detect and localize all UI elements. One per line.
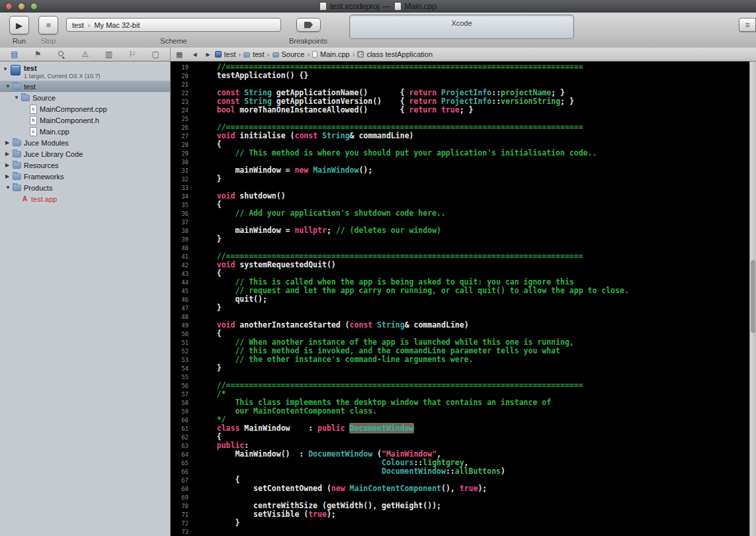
sidebar-item-resources[interactable]: ▶Resources	[0, 159, 170, 171]
scheme-selector[interactable]: test › My Mac 32-bit	[66, 18, 281, 32]
sidebar-item-frameworks[interactable]: ▶Frameworks	[0, 171, 170, 182]
scheme-label: Scheme	[66, 37, 281, 45]
source-editor[interactable]: 19 //===================================…	[171, 62, 749, 536]
code-line[interactable]: 36 // Add your application's shutdown co…	[171, 209, 749, 218]
line-number: 36	[171, 209, 192, 218]
line-number: 62	[171, 433, 192, 441]
line-number: 53	[171, 355, 192, 364]
sidebar-item-products[interactable]: ▼Products	[0, 182, 170, 193]
sidebar-item-source[interactable]: ▼Source	[0, 92, 170, 103]
minimize-icon[interactable]	[18, 3, 25, 10]
code-line[interactable]: 39 }	[171, 235, 749, 244]
code-line[interactable]: 31 mainWindow = new MainWindow();	[171, 166, 749, 175]
search-navigator-icon[interactable]	[58, 50, 65, 58]
code-line[interactable]: 59 our MainContentComponent class.	[171, 407, 749, 416]
line-number: 45	[171, 287, 192, 295]
line-number: 72	[171, 519, 192, 527]
debug-navigator-icon[interactable]: ▥	[105, 50, 112, 58]
sidebar-item-maincomponent-cpp[interactable]: cMainComponent.cpp	[0, 103, 170, 114]
code-text: void anotherInstanceStarted (const Strin…	[198, 321, 469, 330]
scrollbar-track[interactable]	[749, 62, 756, 536]
line-number: 20	[171, 71, 192, 80]
code-line[interactable]: 27 void initialise (const String& comman…	[171, 132, 749, 140]
code-line[interactable]: 73	[171, 527, 749, 536]
code-line[interactable]: 20 testApplication() {}	[171, 71, 749, 80]
disclosure-open-icon[interactable]: ▼	[5, 185, 13, 191]
code-line[interactable]: 53 // the other instance's command-line …	[171, 355, 749, 364]
line-number: 22	[171, 89, 192, 97]
code-line[interactable]: 47 }	[171, 304, 749, 312]
disclosure-closed-icon[interactable]: ▶	[5, 140, 13, 146]
code-text: }	[198, 364, 222, 373]
code-line[interactable]: 72 }	[171, 519, 749, 527]
title-bar[interactable]: test.xcodeproj — Main.cpp	[0, 0, 756, 13]
back-icon[interactable]: ◀	[188, 52, 201, 58]
sidebar-item-test[interactable]: ▼test	[0, 81, 170, 92]
xcode-window: test.xcodeproj — Main.cpp ▶ ■ Run Stop t…	[0, 0, 756, 536]
item-label: MainComponent.h	[40, 116, 99, 124]
line-number: 65	[171, 459, 192, 467]
project-icon	[215, 51, 222, 58]
code-line[interactable]: 32 }	[171, 175, 749, 183]
activity-viewer: Xcode	[349, 15, 574, 39]
jumpbar-crumb[interactable]: Main.cpp	[312, 50, 350, 58]
line-number: 21	[171, 80, 192, 89]
code-line[interactable]: 34 void shutdown()	[171, 192, 749, 201]
jumpbar-crumb[interactable]: test	[243, 50, 265, 58]
disclosure-closed-icon[interactable]: ▶	[5, 151, 13, 157]
disclosure-closed-icon[interactable]: ▶	[5, 162, 13, 168]
log-navigator-icon[interactable]: ▢	[152, 50, 159, 58]
issue-navigator-icon[interactable]: ⚠	[81, 50, 89, 58]
jumpbar-crumb[interactable]: Source	[273, 50, 305, 58]
line-number: 26	[171, 123, 192, 132]
sidebar-item-juce-modules[interactable]: ▶Juce Modules	[0, 137, 170, 148]
jumpbar-crumb[interactable]: Cclass testApplication	[357, 50, 433, 58]
line-number: 25	[171, 114, 192, 123]
line-number: 35	[171, 201, 192, 209]
line-number: 40	[171, 244, 192, 252]
code-line[interactable]: 42 void systemRequestedQuit()	[171, 261, 749, 269]
sidebar-item-test-app[interactable]: Atest.app	[0, 193, 170, 204]
stop-button[interactable]: ■	[38, 16, 58, 34]
code-line[interactable]: 62 {	[171, 433, 749, 441]
line-number: 28	[171, 140, 192, 149]
disclosure-open-icon[interactable]: ▼	[5, 83, 13, 89]
line-number: 46	[171, 295, 192, 304]
disclosure-open-icon[interactable]: ▼	[14, 95, 21, 101]
run-button[interactable]: ▶	[9, 16, 29, 34]
standard-editor-button[interactable]: ≡	[739, 18, 756, 32]
code-line[interactable]: 24 bool moreThanOneInstanceAllowed() { r…	[171, 106, 749, 114]
sidebar-item-main-cpp[interactable]: cMain.cpp	[0, 126, 170, 137]
crumb-separator: ›	[307, 50, 310, 58]
code-line[interactable]: 54 }	[171, 364, 749, 373]
project-navigator: ▼ test 1 target, Current OS X (10.7) ▼te…	[0, 62, 171, 536]
sidebar-item-juce-library-code[interactable]: ▶Juce Library Code	[0, 148, 170, 159]
project-navigator-icon[interactable]: ▤	[11, 50, 18, 58]
disclosure-closed-icon[interactable]: ▶	[5, 173, 13, 179]
code-line[interactable]: 66 DocumentWindow::allButtons)	[171, 467, 749, 476]
related-items-icon[interactable]: ▦	[176, 50, 183, 59]
code-line[interactable]: 38 mainWindow = nullptr; // (deletes our…	[171, 226, 749, 235]
symbol-navigator-icon[interactable]: ⚑	[34, 50, 42, 58]
jumpbar-crumb[interactable]: test	[215, 50, 236, 58]
breakpoint-navigator-icon[interactable]: ⚐	[128, 50, 136, 58]
code-line[interactable]: 71 setVisible (true);	[171, 510, 749, 519]
code-line[interactable]: 61 class MainWindow : public DocumentWin…	[171, 424, 749, 433]
code-line[interactable]: 46 quit();	[171, 295, 749, 304]
line-number: 34	[171, 192, 192, 201]
scrollbar-thumb[interactable]	[751, 260, 755, 333]
line-number: 54	[171, 364, 192, 373]
project-row[interactable]: ▼ test 1 target, Current OS X (10.7)	[0, 62, 170, 81]
forward-icon[interactable]: ▶	[202, 52, 215, 58]
zoom-icon[interactable]	[30, 3, 38, 10]
code-line[interactable]: 68 setContentOwned (new MainContentCompo…	[171, 484, 749, 493]
code-line[interactable]: 56 //===================================…	[171, 381, 749, 390]
app-icon: A	[21, 195, 28, 203]
code-line[interactable]: 29 // This method is where you should pu…	[171, 149, 749, 157]
disclosure-open-icon[interactable]: ▼	[3, 64, 11, 79]
code-line[interactable]: 49 void anotherInstanceStarted (const St…	[171, 321, 749, 330]
close-icon[interactable]	[5, 3, 13, 10]
breakpoints-button[interactable]	[296, 18, 321, 32]
sidebar-item-maincomponent-h[interactable]: hMainComponent.h	[0, 114, 170, 126]
code-text: bool moreThanOneInstanceAllowed() { retu…	[198, 106, 474, 114]
